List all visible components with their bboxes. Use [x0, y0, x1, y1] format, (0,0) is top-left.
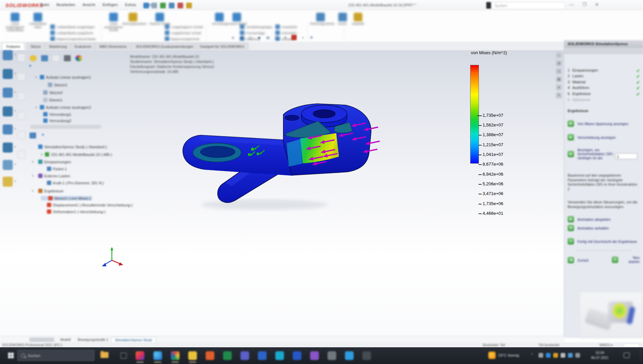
- back-button-icon[interactable]: ◀: [568, 257, 574, 263]
- toolbar-icon[interactable]: [3, 106, 13, 116]
- wizard-step[interactable]: 4 Ausführen ✔: [568, 86, 640, 91]
- tray-icon[interactable]: [539, 353, 543, 358]
- taskbar-app-icon[interactable]: [258, 351, 267, 360]
- appearances-tab-icon[interactable]: ●: [556, 84, 562, 90]
- taskbar-app-icon[interactable]: [153, 351, 162, 360]
- tab-scroll-block[interactable]: [29, 338, 54, 342]
- tray-icon[interactable]: [575, 353, 580, 358]
- home-tab-icon[interactable]: ⌂: [556, 52, 562, 58]
- tree-item[interactable]: Ebene1: [39, 98, 63, 102]
- study-filter-icon[interactable]: ▼: [41, 132, 45, 139]
- back-link[interactable]: ◀ Zurück: [568, 257, 589, 263]
- show-desktop-button[interactable]: [640, 349, 641, 362]
- tree-item[interactable]: Verrundung2: [39, 118, 71, 123]
- tray-icon[interactable]: [553, 353, 558, 358]
- model-tab[interactable]: SimulationXpress Study: [111, 337, 156, 343]
- dimxpert-icon[interactable]: [64, 55, 71, 62]
- action-link[interactable]: ▶ Verschiebung anzeigen: [568, 134, 616, 141]
- tree-item[interactable]: ▾ Ergebnisse: [32, 189, 64, 193]
- tree-item[interactable]: Kraft-1 (:Pro Element: 281 N:): [41, 181, 104, 185]
- taskbar-app-icon[interactable]: [275, 351, 284, 360]
- action-button-icon[interactable]: ▶: [568, 216, 574, 222]
- taskbar-app-icon[interactable]: [206, 351, 214, 360]
- start-button[interactable]: [8, 353, 14, 358]
- model-tab[interactable]: Modell: [57, 337, 74, 343]
- legend-tick: [479, 164, 482, 165]
- custom-properties-tab-icon[interactable]: ✎: [556, 92, 562, 98]
- action-button-icon[interactable]: ▶: [568, 134, 574, 141]
- design-tree-icon[interactable]: [29, 55, 37, 62]
- file-explorer-icon[interactable]: [100, 352, 109, 358]
- filter-icon[interactable]: ▼: [28, 64, 32, 68]
- toolbar-icon[interactable]: [3, 143, 13, 153]
- taskbar-app-icon[interactable]: [188, 351, 197, 360]
- action-button-icon[interactable]: ✔: [568, 238, 574, 245]
- tree-item[interactable]: Skizze2: [39, 90, 63, 95]
- restart-button-icon[interactable]: ↻: [612, 257, 618, 263]
- taskbar-app-icon[interactable]: [362, 351, 371, 360]
- tree-item[interactable]: ▾ Einspannungen: [32, 160, 71, 164]
- tree-item[interactable]: ▾ Externe Lasten: [32, 174, 70, 178]
- action-button-icon[interactable]: ▶: [568, 120, 574, 127]
- sf-threshold-input[interactable]: 1: [615, 153, 637, 159]
- action-link[interactable]: ▶ Von Mises-Spannung anzeigen: [568, 120, 628, 127]
- sf-action-link[interactable]: ▶ Anzeigen, wo Sicherheitsfaktor (SF) ni…: [568, 148, 618, 160]
- taskbar-app-icon[interactable]: [293, 351, 301, 360]
- restart-link[interactable]: ↻ Neu starten: [612, 256, 641, 264]
- toolbar-icon[interactable]: [3, 50, 13, 60]
- taskbar-app-icon[interactable]: [328, 351, 336, 360]
- action-link[interactable]: ■ Animation anhalten: [568, 225, 609, 231]
- tray-icon[interactable]: [568, 353, 573, 358]
- tray-icon[interactable]: [561, 353, 565, 358]
- taskbar-app-icon[interactable]: [240, 351, 249, 360]
- tree-item[interactable]: Skizze1: [44, 83, 67, 87]
- tray-icon[interactable]: [546, 353, 551, 358]
- taskbar-app-icon[interactable]: [136, 351, 144, 360]
- tree-item[interactable]: Fixiert-1: [41, 167, 67, 171]
- tray-expand-caret[interactable]: ^: [531, 353, 533, 357]
- taskbar-app-icon[interactable]: [171, 351, 180, 360]
- wizard-step[interactable]: 3 Material ✔: [568, 80, 640, 85]
- tree-collapse-bar[interactable]: [30, 125, 101, 129]
- tree-item[interactable]: ✔ 231-W1-W1-Modellbaukit-10 (-MB-): [36, 152, 112, 157]
- status-item: Teil bearbeitet: [539, 343, 559, 347]
- tree-item[interactable]: ▸ Aufsatz-Linear austragen2: [35, 105, 91, 109]
- notification-center-icon[interactable]: [624, 353, 630, 358]
- tree-item[interactable]: Deformation1 (-Verschiebung-): [41, 209, 105, 214]
- wizard-step[interactable]: 6 Optimieren: [568, 98, 640, 102]
- toolbar-icon[interactable]: [3, 177, 13, 187]
- view-palette-tab-icon[interactable]: ▦: [556, 76, 562, 82]
- wizard-step[interactable]: 1 Einspannungen ✔: [568, 68, 640, 73]
- taskbar-clock[interactable]: 15:04 06.07.2021: [585, 350, 614, 360]
- toolbar-icon[interactable]: [3, 88, 13, 98]
- model-tab[interactable]: Bewegungsstudie 1: [74, 337, 112, 343]
- tree-item[interactable]: ▸ Aufsatz-Linear austragen1: [35, 75, 91, 79]
- action-button-icon[interactable]: ■: [568, 225, 574, 231]
- display-manager-icon[interactable]: [75, 55, 82, 62]
- task-pane-header[interactable]: SOLIDWORKS SimulationXpress: [564, 40, 643, 48]
- weather-text[interactable]: 23°C Sonnig: [498, 353, 519, 357]
- tree-item[interactable]: SimulationXpress Study (-Standard-): [32, 145, 107, 149]
- action-button-icon[interactable]: ▶: [568, 151, 574, 157]
- weather-icon[interactable]: [488, 352, 496, 359]
- action-link[interactable]: ✔ Fertig mit Durchsicht der Ergebnisse: [568, 238, 637, 245]
- taskbar-app-icon[interactable]: [345, 351, 354, 360]
- toolbar-icon[interactable]: [3, 69, 13, 79]
- taskbar-app-icon[interactable]: [223, 351, 232, 360]
- taskbar-search-input[interactable]: Suchen: [17, 350, 94, 361]
- task-view-icon[interactable]: [121, 353, 127, 359]
- file-explorer-tab-icon[interactable]: ◫: [556, 68, 562, 74]
- tree-item[interactable]: Stress1 (-von Mises-): [41, 196, 92, 200]
- tree-item[interactable]: Displacement1 (-Resultierende Verschiebu…: [41, 203, 133, 207]
- property-manager-icon[interactable]: [41, 55, 48, 62]
- tree-item[interactable]: Verrundung1: [39, 112, 71, 116]
- configuration-icon[interactable]: [52, 55, 60, 62]
- design-library-tab-icon[interactable]: ▤: [556, 60, 562, 66]
- study-icon[interactable]: [29, 132, 36, 139]
- taskbar-app-icon[interactable]: [310, 351, 319, 360]
- action-link[interactable]: ▶ Animation abspielen: [568, 216, 611, 222]
- toolbar-icon[interactable]: [3, 124, 13, 134]
- wizard-step[interactable]: 2 Lasten ✔: [568, 74, 640, 79]
- wizard-step[interactable]: 5 Ergebnisse ✔: [568, 92, 640, 97]
- toolbar-icon[interactable]: [3, 160, 13, 170]
